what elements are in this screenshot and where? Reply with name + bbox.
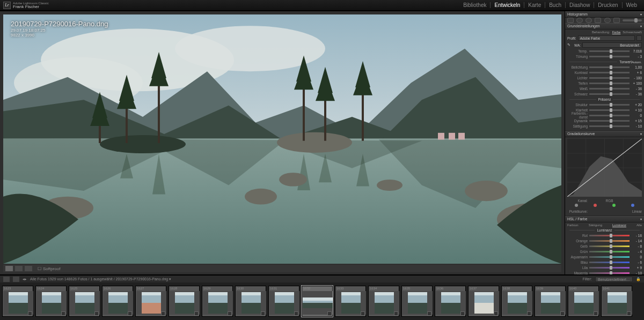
hsl-slider-1[interactable] — [589, 240, 630, 242]
hsl-header[interactable]: HSL / Farbe — [565, 216, 644, 222]
presence-slider-2[interactable] — [589, 115, 630, 116]
curve-header[interactable]: Gradationskurve — [565, 131, 644, 137]
thumb-1625[interactable]: 1625 — [69, 286, 100, 317]
presence-value-4[interactable]: - 10 — [631, 124, 642, 128]
treatment-color[interactable]: Farbe — [612, 31, 621, 34]
tone-value-5[interactable]: - 36 — [631, 92, 642, 96]
curve-point-value[interactable]: Linear — [589, 210, 642, 213]
hsl-value-3[interactable]: - 4 — [631, 250, 642, 254]
thumb-1630[interactable]: 1630 — [235, 286, 266, 317]
curve-channel-value[interactable]: RGB — [589, 199, 630, 203]
survey-view-button[interactable] — [25, 266, 32, 271]
hsl-value-0[interactable]: - 16 — [631, 234, 642, 237]
profile-dropdown[interactable]: Adobe Farbe — [578, 35, 635, 41]
tone-auto-button[interactable]: Autom. — [632, 61, 642, 64]
toolstrip-slider[interactable] — [623, 19, 642, 21]
filter-lock-icon[interactable]: 🔒 — [636, 277, 641, 281]
redeye-tool[interactable] — [586, 18, 592, 23]
loupe-view-button[interactable] — [5, 266, 13, 271]
presence-slider-1[interactable] — [589, 109, 630, 111]
presence-value-0[interactable]: + 20 — [631, 103, 642, 107]
tone-value-0[interactable]: 1,00 — [631, 65, 642, 69]
hsl-tab-farbton[interactable]: Farbton — [567, 224, 579, 227]
thumb-1638[interactable]: 1638 — [501, 286, 532, 317]
crop-tool[interactable] — [567, 18, 574, 23]
tone-value-3[interactable]: + 100 — [631, 81, 642, 85]
module-buch[interactable]: Buch — [545, 2, 566, 8]
presence-value-2[interactable]: 0 — [631, 114, 642, 117]
radial-tool[interactable] — [604, 18, 611, 23]
basic-header[interactable]: Grundeinstellungen — [565, 23, 644, 29]
presence-value-3[interactable]: + 15 — [631, 119, 642, 123]
hsl-value-7[interactable]: - 10 — [631, 271, 642, 275]
module-bibliothek[interactable]: Bibliothek — [459, 2, 491, 8]
thumb-1639[interactable]: 1639 — [535, 286, 566, 317]
grid-icon[interactable] — [13, 277, 19, 282]
thumb-1633[interactable]: 1633 — [335, 286, 366, 317]
brush-tool[interactable] — [613, 18, 620, 23]
histogram-header[interactable]: Histogramm — [565, 11, 644, 18]
filmstrip[interactable]: 1623162416251626162716281629163016311632… — [0, 282, 644, 320]
presence-slider-3[interactable] — [589, 120, 630, 122]
wb-picker-icon[interactable]: ✎ — [567, 43, 573, 47]
tone-slider-4[interactable] — [589, 88, 630, 90]
module-web[interactable]: Web — [623, 2, 641, 8]
presence-slider-4[interactable] — [589, 125, 630, 127]
thumb-1641[interactable]: 1641 — [601, 286, 632, 317]
spot-tool[interactable] — [576, 18, 583, 23]
filmstrip-nav-back-icon[interactable]: ◂▸ — [23, 277, 27, 281]
thumb-1632[interactable]: 1632 — [302, 286, 333, 317]
module-entwickeln[interactable]: Entwickeln — [491, 2, 524, 8]
thumb-1623[interactable]: 1623 — [2, 286, 33, 317]
thumb-1626[interactable]: 1626 — [102, 286, 133, 317]
hsl-slider-0[interactable] — [589, 235, 630, 236]
thumb-1634[interactable]: 1634 — [368, 286, 399, 317]
tone-slider-2[interactable] — [589, 77, 630, 79]
hsl-slider-4[interactable] — [589, 256, 630, 258]
tone-curve[interactable] — [567, 139, 642, 197]
thumb-1628[interactable]: 1628 — [169, 286, 200, 317]
tone-slider-1[interactable] — [589, 72, 630, 73]
module-drucken[interactable]: Drucken — [594, 2, 622, 8]
profile-browser-button[interactable] — [636, 35, 642, 41]
hsl-slider-2[interactable] — [589, 245, 630, 247]
thumb-1640[interactable]: 1640 — [568, 286, 599, 317]
thumb-1631[interactable]: 1631 — [268, 286, 299, 317]
hsl-tab-sättigung[interactable]: Sättigung — [589, 224, 602, 227]
tone-slider-5[interactable] — [589, 93, 630, 95]
hsl-slider-5[interactable] — [589, 262, 630, 263]
thumb-1629[interactable]: 1629 — [202, 286, 233, 317]
tone-value-1[interactable]: + 6 — [631, 71, 642, 75]
hsl-slider-3[interactable] — [589, 251, 630, 252]
hsl-slider-6[interactable] — [589, 267, 630, 269]
photo-canvas[interactable]: 20190729-P7290016-Pano.dng 29.07.19 18:0… — [3, 14, 561, 264]
tint-slider[interactable] — [589, 56, 630, 57]
treatment-bw[interactable]: Schwarzweiß — [623, 31, 642, 34]
thumb-1624[interactable]: 1624 — [35, 286, 67, 317]
hsl-value-5[interactable]: - 6 — [631, 261, 642, 264]
hsl-tab-alle[interactable]: Alle — [636, 224, 642, 227]
tone-slider-0[interactable] — [589, 66, 630, 68]
tone-value-4[interactable]: - 36 — [631, 87, 642, 91]
hsl-value-4[interactable]: 0 — [631, 255, 642, 259]
presence-slider-0[interactable] — [589, 104, 630, 106]
hsl-value-1[interactable]: - 14 — [631, 239, 642, 243]
temp-slider[interactable] — [589, 50, 630, 52]
presence-value-1[interactable]: + 10 — [631, 108, 642, 112]
wb-dropdown[interactable]: Benutzerdef. — [582, 42, 642, 48]
thumb-1637[interactable]: 1637 — [468, 286, 499, 317]
thumb-1636[interactable]: 1636 — [435, 286, 466, 317]
hsl-value-2[interactable]: - 8 — [631, 244, 642, 248]
hsl-value-6[interactable]: + 9 — [631, 266, 642, 270]
curve-channel-dots[interactable] — [567, 203, 642, 207]
second-monitor-icon[interactable] — [3, 277, 10, 282]
module-diashow[interactable]: Diashow — [566, 2, 594, 8]
hsl-slider-7[interactable] — [589, 272, 630, 274]
hsl-tab-luminanz[interactable]: Luminanz — [612, 224, 626, 227]
module-karte[interactable]: Karte — [524, 2, 545, 8]
thumb-1635[interactable]: 1635 — [401, 286, 433, 317]
tone-slider-3[interactable] — [589, 83, 630, 84]
tone-value-2[interactable]: - 100 — [631, 76, 642, 80]
compare-view-button[interactable] — [15, 266, 23, 271]
gradient-tool[interactable] — [595, 18, 601, 23]
